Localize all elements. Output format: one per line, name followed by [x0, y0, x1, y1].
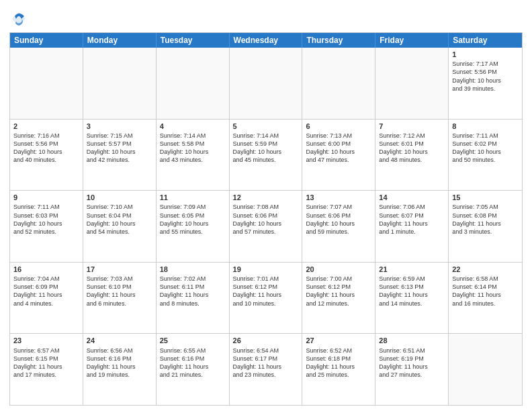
calendar-cell: 15Sunrise: 7:05 AM Sunset: 6:08 PM Dayli…: [449, 191, 522, 262]
day-number: 14: [379, 193, 445, 202]
day-number: 18: [160, 265, 226, 274]
logo-icon: [9, 9, 28, 28]
calendar-row-2: 9Sunrise: 7:11 AM Sunset: 6:03 PM Daylig…: [10, 190, 522, 262]
calendar-cell: 3Sunrise: 7:15 AM Sunset: 5:57 PM Daylig…: [83, 120, 157, 191]
day-number: 16: [13, 265, 79, 274]
weekday-header-thursday: Thursday: [302, 33, 375, 48]
day-number: 5: [233, 122, 299, 131]
calendar-cell: 17Sunrise: 7:03 AM Sunset: 6:10 PM Dayli…: [83, 263, 157, 334]
day-number: 13: [306, 193, 371, 202]
day-info: Sunrise: 7:05 AM Sunset: 6:08 PM Dayligh…: [452, 203, 519, 236]
weekday-header-wednesday: Wednesday: [230, 33, 303, 48]
calendar-cell: 13Sunrise: 7:07 AM Sunset: 6:06 PM Dayli…: [302, 191, 375, 262]
calendar-cell: 25Sunrise: 6:55 AM Sunset: 6:16 PM Dayli…: [157, 334, 230, 405]
day-info: Sunrise: 7:11 AM Sunset: 6:02 PM Dayligh…: [452, 132, 519, 165]
day-number: 6: [306, 122, 371, 131]
day-info: Sunrise: 6:55 AM Sunset: 6:16 PM Dayligh…: [160, 347, 226, 379]
day-number: 11: [160, 193, 226, 202]
calendar: SundayMondayTuesdayWednesdayThursdayFrid…: [9, 32, 523, 406]
calendar-cell: 28Sunrise: 6:51 AM Sunset: 6:19 PM Dayli…: [375, 334, 449, 405]
day-number: 4: [160, 122, 226, 131]
day-number: 22: [452, 265, 519, 274]
day-info: Sunrise: 7:13 AM Sunset: 6:00 PM Dayligh…: [306, 132, 371, 165]
weekday-header-monday: Monday: [83, 33, 157, 48]
day-number: 7: [379, 122, 445, 131]
calendar-cell: 18Sunrise: 7:02 AM Sunset: 6:11 PM Dayli…: [157, 263, 230, 334]
calendar-cell: 27Sunrise: 6:52 AM Sunset: 6:18 PM Dayli…: [302, 334, 375, 405]
day-info: Sunrise: 6:51 AM Sunset: 6:19 PM Dayligh…: [379, 347, 445, 379]
calendar-cell: [10, 48, 83, 119]
calendar-cell: 19Sunrise: 7:01 AM Sunset: 6:12 PM Dayli…: [230, 263, 303, 334]
day-number: 2: [13, 122, 79, 131]
calendar-cell: 22Sunrise: 6:58 AM Sunset: 6:14 PM Dayli…: [449, 263, 522, 334]
page: SundayMondayTuesdayWednesdayThursdayFrid…: [0, 0, 532, 411]
day-info: Sunrise: 6:52 AM Sunset: 6:18 PM Dayligh…: [306, 347, 371, 379]
day-info: Sunrise: 7:10 AM Sunset: 6:04 PM Dayligh…: [87, 203, 152, 236]
day-number: 12: [233, 193, 299, 202]
calendar-cell: 9Sunrise: 7:11 AM Sunset: 6:03 PM Daylig…: [10, 191, 83, 262]
calendar-cell: [83, 48, 157, 119]
logo: [9, 9, 31, 28]
day-number: 27: [306, 336, 371, 345]
day-number: 17: [87, 265, 152, 274]
day-number: 15: [452, 193, 519, 202]
day-info: Sunrise: 6:59 AM Sunset: 6:13 PM Dayligh…: [379, 275, 445, 308]
calendar-row-3: 16Sunrise: 7:04 AM Sunset: 6:09 PM Dayli…: [10, 262, 522, 334]
day-info: Sunrise: 7:04 AM Sunset: 6:09 PM Dayligh…: [13, 275, 79, 308]
calendar-cell: 10Sunrise: 7:10 AM Sunset: 6:04 PM Dayli…: [83, 191, 157, 262]
day-number: 1: [452, 50, 519, 59]
day-info: Sunrise: 7:14 AM Sunset: 5:59 PM Dayligh…: [233, 132, 299, 165]
day-info: Sunrise: 7:14 AM Sunset: 5:58 PM Dayligh…: [160, 132, 226, 165]
day-number: 9: [13, 193, 79, 202]
calendar-cell: 26Sunrise: 6:54 AM Sunset: 6:17 PM Dayli…: [230, 334, 303, 405]
day-number: 8: [452, 122, 519, 131]
day-info: Sunrise: 7:08 AM Sunset: 6:06 PM Dayligh…: [233, 203, 299, 236]
calendar-cell: 11Sunrise: 7:09 AM Sunset: 6:05 PM Dayli…: [157, 191, 230, 262]
calendar-cell: 16Sunrise: 7:04 AM Sunset: 6:09 PM Dayli…: [10, 263, 83, 334]
day-info: Sunrise: 7:07 AM Sunset: 6:06 PM Dayligh…: [306, 203, 371, 236]
calendar-row-0: 1Sunrise: 7:17 AM Sunset: 5:56 PM Daylig…: [10, 48, 522, 119]
day-info: Sunrise: 7:17 AM Sunset: 5:56 PM Dayligh…: [452, 60, 519, 93]
weekday-header-friday: Friday: [375, 33, 449, 48]
header: [9, 7, 523, 28]
calendar-cell: 1Sunrise: 7:17 AM Sunset: 5:56 PM Daylig…: [449, 48, 522, 119]
calendar-cell: [230, 48, 303, 119]
day-info: Sunrise: 7:00 AM Sunset: 6:12 PM Dayligh…: [306, 275, 371, 308]
day-info: Sunrise: 7:15 AM Sunset: 5:57 PM Dayligh…: [87, 132, 152, 165]
day-number: 23: [13, 336, 79, 345]
calendar-cell: 2Sunrise: 7:16 AM Sunset: 5:56 PM Daylig…: [10, 120, 83, 191]
calendar-header: SundayMondayTuesdayWednesdayThursdayFrid…: [10, 33, 522, 48]
day-number: 26: [233, 336, 299, 345]
calendar-row-4: 23Sunrise: 6:57 AM Sunset: 6:15 PM Dayli…: [10, 333, 522, 405]
day-info: Sunrise: 7:02 AM Sunset: 6:11 PM Dayligh…: [160, 275, 226, 308]
day-number: 19: [233, 265, 299, 274]
day-info: Sunrise: 7:12 AM Sunset: 6:01 PM Dayligh…: [379, 132, 445, 165]
day-info: Sunrise: 6:57 AM Sunset: 6:15 PM Dayligh…: [13, 347, 79, 379]
calendar-cell: 7Sunrise: 7:12 AM Sunset: 6:01 PM Daylig…: [375, 120, 449, 191]
calendar-cell: 21Sunrise: 6:59 AM Sunset: 6:13 PM Dayli…: [375, 263, 449, 334]
day-info: Sunrise: 7:03 AM Sunset: 6:10 PM Dayligh…: [87, 275, 152, 308]
calendar-cell: 12Sunrise: 7:08 AM Sunset: 6:06 PM Dayli…: [230, 191, 303, 262]
day-number: 25: [160, 336, 226, 345]
day-info: Sunrise: 6:58 AM Sunset: 6:14 PM Dayligh…: [452, 275, 519, 308]
day-info: Sunrise: 7:09 AM Sunset: 6:05 PM Dayligh…: [160, 203, 226, 236]
day-number: 10: [87, 193, 152, 202]
calendar-cell: 6Sunrise: 7:13 AM Sunset: 6:00 PM Daylig…: [302, 120, 375, 191]
day-number: 3: [87, 122, 152, 131]
day-info: Sunrise: 6:56 AM Sunset: 6:16 PM Dayligh…: [87, 347, 152, 379]
calendar-row-1: 2Sunrise: 7:16 AM Sunset: 5:56 PM Daylig…: [10, 119, 522, 191]
day-info: Sunrise: 7:06 AM Sunset: 6:07 PM Dayligh…: [379, 203, 445, 236]
calendar-cell: 8Sunrise: 7:11 AM Sunset: 6:02 PM Daylig…: [449, 120, 522, 191]
calendar-cell: 20Sunrise: 7:00 AM Sunset: 6:12 PM Dayli…: [302, 263, 375, 334]
calendar-cell: 23Sunrise: 6:57 AM Sunset: 6:15 PM Dayli…: [10, 334, 83, 405]
calendar-cell: 5Sunrise: 7:14 AM Sunset: 5:59 PM Daylig…: [230, 120, 303, 191]
calendar-cell: 4Sunrise: 7:14 AM Sunset: 5:58 PM Daylig…: [157, 120, 230, 191]
calendar-cell: [375, 48, 449, 119]
calendar-body: 1Sunrise: 7:17 AM Sunset: 5:56 PM Daylig…: [10, 48, 522, 405]
day-info: Sunrise: 7:11 AM Sunset: 6:03 PM Dayligh…: [13, 203, 79, 236]
day-info: Sunrise: 7:16 AM Sunset: 5:56 PM Dayligh…: [13, 132, 79, 165]
day-info: Sunrise: 6:54 AM Sunset: 6:17 PM Dayligh…: [233, 347, 299, 379]
calendar-cell: 14Sunrise: 7:06 AM Sunset: 6:07 PM Dayli…: [375, 191, 449, 262]
weekday-header-sunday: Sunday: [10, 33, 83, 48]
weekday-header-tuesday: Tuesday: [157, 33, 230, 48]
